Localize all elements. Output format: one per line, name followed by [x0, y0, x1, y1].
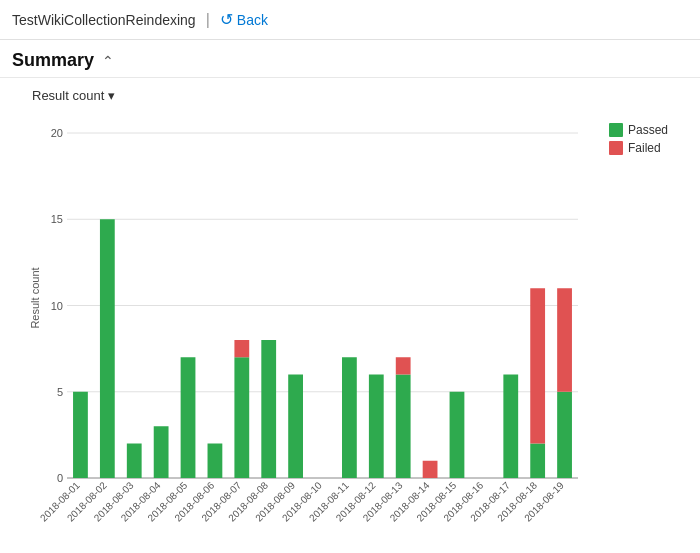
- bar-chart-svg: 051015202018-08-012018-08-022018-08-0320…: [57, 123, 588, 483]
- undo-icon: ↺: [220, 10, 233, 29]
- chart-container: Result count Passed Failed 051015202018-…: [12, 113, 688, 543]
- svg-text:0: 0: [57, 472, 63, 484]
- svg-rect-45: [530, 288, 545, 443]
- svg-rect-12: [100, 219, 115, 478]
- legend-box-passed: [609, 123, 623, 137]
- svg-rect-35: [396, 357, 411, 374]
- svg-rect-42: [503, 375, 518, 479]
- legend-item-failed: Failed: [609, 141, 668, 155]
- legend-label-failed: Failed: [628, 141, 661, 155]
- svg-rect-23: [234, 340, 249, 357]
- svg-rect-10: [73, 392, 88, 478]
- legend-item-passed: Passed: [609, 123, 668, 137]
- svg-rect-32: [369, 375, 384, 479]
- svg-text:20: 20: [51, 127, 63, 139]
- svg-rect-18: [181, 357, 196, 478]
- svg-rect-44: [530, 444, 545, 479]
- svg-text:10: 10: [51, 300, 63, 312]
- summary-heading: Summary: [12, 50, 94, 71]
- legend-label-passed: Passed: [628, 123, 668, 137]
- svg-rect-34: [396, 375, 411, 479]
- y-axis-label: Result count: [12, 113, 57, 483]
- back-label: Back: [237, 12, 268, 28]
- svg-rect-25: [261, 340, 276, 478]
- svg-rect-30: [342, 357, 357, 478]
- svg-rect-22: [234, 357, 249, 478]
- svg-rect-37: [423, 461, 438, 478]
- svg-chart-wrapper: 051015202018-08-012018-08-022018-08-0320…: [57, 123, 588, 483]
- y-axis-label-text: Result count: [29, 267, 41, 328]
- chart-area: Result count ▾ Result count Passed Faile…: [0, 78, 700, 553]
- svg-rect-16: [154, 426, 169, 478]
- header-separator: |: [206, 11, 210, 29]
- svg-rect-48: [557, 288, 572, 392]
- page-title: TestWikiCollectionReindexing: [12, 12, 196, 28]
- result-count-toggle[interactable]: Result count ▾: [32, 88, 688, 103]
- summary-section: Summary ⌃: [0, 40, 700, 78]
- svg-rect-27: [288, 375, 303, 479]
- svg-text:5: 5: [57, 386, 63, 398]
- page-header: TestWikiCollectionReindexing | ↺ Back: [0, 0, 700, 40]
- svg-rect-39: [450, 392, 465, 478]
- result-count-label: Result count: [32, 88, 104, 103]
- chevron-up-icon[interactable]: ⌃: [102, 53, 114, 69]
- svg-rect-20: [208, 444, 223, 479]
- legend-box-failed: [609, 141, 623, 155]
- back-button[interactable]: ↺ Back: [220, 10, 268, 29]
- dropdown-icon: ▾: [108, 88, 115, 103]
- svg-rect-14: [127, 444, 142, 479]
- svg-rect-47: [557, 392, 572, 478]
- chart-legend: Passed Failed: [609, 123, 668, 155]
- svg-text:15: 15: [51, 213, 63, 225]
